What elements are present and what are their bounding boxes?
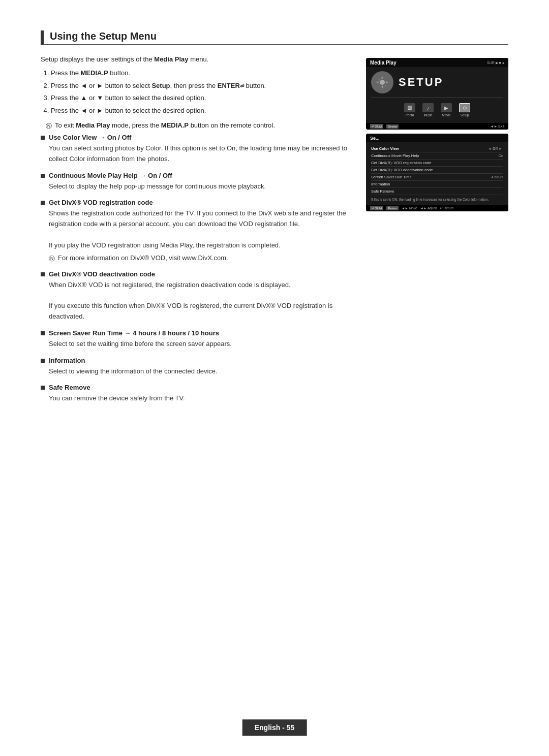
- screenshot-settings-list: Se... Use Color View ◄ Off ► Continuous …: [366, 134, 508, 211]
- footer-text: English - 55: [255, 723, 295, 732]
- note-item: Ⓝ To exit Media Play mode, press the MED…: [46, 120, 351, 131]
- toolbar2-sum: ⏎ SUM: [370, 206, 383, 210]
- toolbar2-adjust: ◄► Adjust: [420, 206, 437, 210]
- bullet-icon: [41, 136, 45, 140]
- settings-screen-top: Se...: [366, 134, 508, 142]
- settings-row-safe-remove: Safe Remove: [371, 188, 503, 195]
- tv-toolbar-2: ⏎ SUM Return ◄► Move ◄► Adjust ↩ Return: [366, 205, 508, 211]
- note-symbol: Ⓝ: [46, 121, 52, 131]
- settings-row-screen-saver: Screen Saver Run Time 4 hours: [371, 174, 503, 181]
- settings-screen-title: Se...: [370, 136, 380, 141]
- left-content: Setup displays the user settings of the …: [41, 55, 351, 411]
- steps-list: Press the MEDIA.P button. Press the ◄ or…: [51, 68, 351, 115]
- music-icon-item: ♪ Music: [422, 103, 434, 117]
- section-use-color-view: Use Color View → On / Off You can select…: [41, 134, 351, 165]
- section-safe-remove-body: You can remove the device safely from th…: [49, 393, 351, 404]
- section-safe-remove-title: Safe Remove: [49, 384, 90, 391]
- move-label: ◄► Move: [402, 206, 417, 210]
- gear-icon: [371, 71, 393, 93]
- section-divx-deactivation-title: Get DivX® VOD deactivation code: [49, 270, 155, 278]
- return-btn: Return: [386, 206, 399, 210]
- bullet-icon: [41, 331, 45, 335]
- section-use-color-view-title: Use Color View → On / Off: [49, 134, 131, 141]
- photo-icon: 🖼: [404, 103, 415, 112]
- setup-icon: ⚙: [459, 103, 470, 112]
- media-play-sub: SUR ▶ ■ ●: [487, 61, 504, 65]
- section-screen-saver-title: Screen Saver Run Time → 4 hours / 8 hour…: [49, 329, 219, 337]
- movie-help-label: Continuous Movie Play Help: [371, 153, 499, 158]
- toolbar-exit: ◄► Exit: [491, 124, 504, 128]
- footer-badge: English - 55: [242, 719, 307, 736]
- divx-deact-label: Get DivX(R): VOD deactivation code: [371, 168, 503, 172]
- toolbar-sum: ⏎ SUM: [370, 124, 383, 129]
- sum-btn-2: ⏎ SUM: [370, 206, 383, 210]
- adjust-label: ◄► Adjust: [420, 206, 437, 210]
- bullet-icon: [41, 201, 45, 205]
- section-safe-remove: Safe Remove You can remove the device sa…: [41, 384, 351, 404]
- intro-text: Setup displays the user settings of the …: [41, 55, 351, 63]
- note-symbol-divx: Ⓝ: [49, 254, 55, 263]
- movie-icon-item: ▶ Movie: [441, 103, 452, 117]
- section-information-body: Select to viewing the information of the…: [49, 366, 351, 377]
- step-3: Press the ▲ or ▼ button to select the de…: [51, 93, 351, 103]
- setup-icon-item: ⚙ Setup: [459, 103, 470, 117]
- screen-saver-value: 4 hours: [492, 175, 503, 179]
- section-information-title: Information: [49, 357, 85, 364]
- tv-screen-top-bar: Media Play SUR ▶ ■ ●: [366, 58, 508, 67]
- screenshot-media-play-setup: Media Play SUR ▶ ■ ● SETUP: [366, 58, 508, 130]
- movie-label: Movie: [442, 113, 450, 117]
- settings-note: If this is set to ON, the loading time i…: [371, 197, 503, 202]
- bullet-icon: [41, 174, 45, 178]
- step-4: Press the ◄ or ► button to select the de…: [51, 106, 351, 116]
- svg-point-0: [380, 80, 385, 85]
- settings-row-info: Information: [371, 181, 503, 188]
- media-play-title: Media Play: [370, 60, 396, 66]
- section-information: Information Select to viewing the inform…: [41, 357, 351, 377]
- device-btn: Device: [386, 124, 399, 129]
- setup-icon-area: SETUP: [371, 71, 503, 93]
- step-2: Press the ◄ or ► button to select Setup,…: [51, 81, 351, 91]
- note-text: To exit Media Play mode, press the MEDIA…: [55, 120, 275, 131]
- page-footer: English - 55: [242, 719, 307, 736]
- settings-row-divx-reg: Get DivX(R): VOD registration code: [371, 160, 503, 167]
- divx-note-text: For more information on DivX® VOD, visit…: [58, 253, 228, 263]
- safe-remove-label: Safe Remove: [371, 189, 503, 194]
- photo-icon-item: 🖼 Photo: [404, 103, 415, 117]
- return-label: ↩ Return: [440, 206, 453, 210]
- toolbar-device: Device: [386, 124, 399, 129]
- toolbar2-returnbtn: ↩ Return: [440, 206, 453, 210]
- section-screen-saver-body: Select to set the waiting time before th…: [49, 339, 351, 350]
- content-area: Setup displays the user settings of the …: [41, 55, 508, 411]
- tv-toolbar-1: ⏎ SUM Device ◄► Exit: [366, 123, 508, 130]
- divider: [371, 98, 503, 98]
- section-use-color-view-body: You can select sorting photos by Color. …: [49, 143, 351, 165]
- section-divx-deactivation: Get DivX® VOD deactivation code When Div…: [41, 270, 351, 322]
- photo-label: Photo: [406, 113, 414, 117]
- section-continuous-movie: Continuous Movie Play Help → On / Off Se…: [41, 172, 351, 192]
- info-label: Information: [371, 182, 503, 186]
- tv-screen-main: SETUP 🖼 Photo ♪ Music ▶: [366, 67, 508, 123]
- section-continuous-movie-title: Continuous Movie Play Help → On / Off: [49, 172, 172, 179]
- toolbar2-move: ◄► Move: [402, 206, 417, 210]
- bullet-icon: [41, 272, 45, 276]
- screen-saver-label: Screen Saver Run Time: [371, 175, 492, 179]
- section-divx-registration: Get DivX® VOD registration code Shows th…: [41, 199, 351, 263]
- movie-icon: ▶: [441, 103, 452, 112]
- section-title: Using the Setup Menu: [41, 30, 508, 45]
- section-divx-deactivation-body: When DivX® VOD is not registered, the re…: [49, 280, 351, 322]
- setup-label-icon: Setup: [461, 113, 469, 117]
- music-label: Music: [424, 113, 433, 117]
- bullet-icon: [41, 359, 45, 363]
- settings-row-divx-deact: Get DivX(R): VOD deactivation code: [371, 167, 503, 174]
- sum-btn: ⏎ SUM: [370, 124, 383, 129]
- settings-row-movie-help: Continuous Movie Play Help On: [371, 152, 503, 160]
- movie-help-value: On: [499, 154, 503, 158]
- exit-label: ◄► Exit: [491, 124, 504, 128]
- music-icon: ♪: [422, 103, 434, 112]
- right-screenshots: Media Play SUR ▶ ■ ● SETUP: [366, 58, 508, 211]
- section-divx-registration-body: Shows the registration code authorized f…: [49, 208, 351, 263]
- arrow-left-icon: ◄: [488, 147, 492, 150]
- divx-reg-label: Get DivX(R): VOD registration code: [371, 161, 503, 165]
- arrow-right-icon: ►: [499, 147, 502, 150]
- color-view-label: Use Color View: [371, 146, 487, 151]
